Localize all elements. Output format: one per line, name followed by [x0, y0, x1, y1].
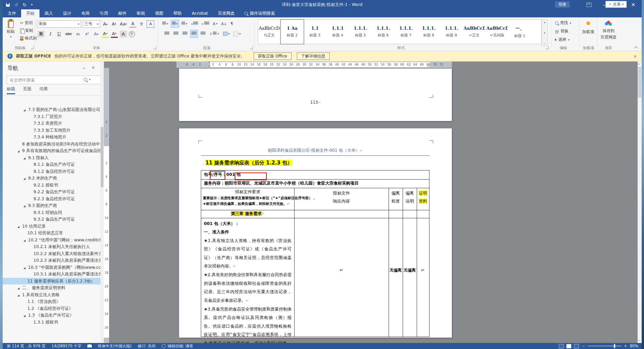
add-ins-button[interactable]: 加载项	[581, 21, 595, 35]
nav-tab[interactable]: 标题	[7, 86, 15, 94]
read-mode-icon[interactable]	[559, 344, 564, 348]
numbering-button[interactable]: ▾	[171, 20, 179, 27]
font-name-select[interactable]: 宋体▾	[37, 20, 81, 28]
justify-button[interactable]	[190, 30, 197, 37]
style-item[interactable]: 1.1.1. 标题 8	[417, 20, 440, 44]
subscript-button[interactable]: x₂	[75, 31, 82, 37]
nav-heading-item[interactable]: ◢1.3 《食品生产许可证》	[3, 312, 100, 319]
language-indicator[interactable]: 简体中文(中国大陆)	[98, 344, 132, 349]
nav-heading-item[interactable]: 7.3.4 种植地照片	[3, 134, 100, 141]
ribbon-tab[interactable]: 布局	[76, 9, 95, 17]
copy-button[interactable]: 复制	[20, 28, 33, 33]
first-line-indent-marker[interactable]: ▾	[209, 62, 210, 64]
superscript-button[interactable]: x²	[84, 31, 91, 37]
character-border-button[interactable]: A	[147, 20, 154, 28]
nav-heading-item[interactable]: 1.3.1 授权书	[3, 319, 100, 326]
ribbon-tab[interactable]: 审阅	[132, 9, 150, 17]
get-genuine-office-button[interactable]: 获取正版 Office	[254, 52, 292, 60]
nav-heading-item[interactable]: 11 服务需求响应表（后分1.2.3包）	[3, 278, 100, 285]
ribbon-tab[interactable]: 设计	[58, 9, 76, 17]
track-changes-indicator[interactable]: 修订: 关闭	[138, 344, 156, 349]
ribbon-tab[interactable]: 邮件	[113, 9, 132, 17]
italic-button[interactable]: I	[47, 31, 54, 37]
strikethrough-button[interactable]: abc	[65, 31, 73, 37]
style-item[interactable]: 1.1.1. 标题 9	[440, 20, 463, 44]
nav-heading-item[interactable]: ◢9 具有有效期内的食品生产许可证或食品经营许可...	[3, 147, 100, 154]
style-item[interactable]: AaBbCcDd ↵正文	[463, 20, 486, 44]
nav-pin-icon[interactable]: ⌄	[82, 65, 86, 70]
nav-search-dropdown-icon[interactable]: ▾	[89, 78, 91, 81]
zoom-in-button[interactable]: +	[624, 344, 627, 348]
hanging-indent-marker[interactable]: ▴	[209, 64, 210, 67]
nav-heading-item[interactable]: 10.2.3 未被列入政府采购严重违法失信行为...	[3, 257, 100, 264]
paste-button[interactable]: 粘贴 ▾	[7, 20, 15, 38]
multilevel-list-button[interactable]: ▾	[180, 20, 188, 27]
clipboard-dialog-launcher[interactable]	[31, 46, 34, 49]
style-item[interactable]: AaBbCcDd ↵无间隔	[486, 20, 508, 44]
borders-button[interactable]: ▾	[233, 30, 242, 37]
nav-tab[interactable]: 页面	[23, 86, 31, 94]
vertical-ruler[interactable]: 422468101214161820222426	[104, 68, 109, 343]
find-button[interactable]: 查找▾	[555, 20, 571, 26]
align-right-button[interactable]	[181, 30, 188, 37]
nav-heading-item[interactable]: ◢9.1 投标人	[3, 154, 100, 161]
horizontal-ruler[interactable]: 6422468101214161820222426283032343638404…	[176, 62, 452, 68]
document-scrollbar[interactable]: ▴ ▾	[638, 62, 642, 343]
nav-close-icon[interactable]: ×	[91, 65, 95, 70]
nav-heading-item[interactable]: 8 参加政府采购活动前3年内在经营活动中没有重大...	[3, 141, 100, 148]
print-layout-icon[interactable]	[566, 344, 571, 348]
word-count[interactable]: 14/289570 个字	[52, 344, 81, 349]
nav-heading-item[interactable]: 10.2.1 未被列入失信被执行人	[3, 243, 100, 250]
nav-tab[interactable]: 结果	[39, 86, 48, 94]
enclose-characters-button[interactable]: 字	[129, 31, 135, 37]
zoom-out-button[interactable]: −	[582, 344, 585, 348]
style-item[interactable]: AaBbCcDd fs正文	[258, 20, 281, 44]
nav-heading-item[interactable]: ◢二、 服务需求证明资料	[3, 284, 100, 292]
shading-bucket-button[interactable]: ▾	[222, 30, 231, 37]
style-item[interactable]: 1 Aa 标题 2	[281, 20, 304, 44]
nav-heading-item[interactable]: 9.2.2 食品生产许可证	[3, 189, 100, 196]
nav-heading-item[interactable]: 10.1 经营状态正常	[3, 230, 100, 237]
asian-layout-button[interactable]: A▾	[212, 20, 219, 27]
nav-heading-item[interactable]: 9.1.2 食品经营许可证	[3, 168, 100, 175]
document-page-113[interactable]: 113↵	[179, 69, 452, 121]
collapse-ribbon-icon[interactable]	[634, 46, 638, 50]
close-button[interactable]: ×	[628, 0, 638, 9]
nav-heading-item[interactable]: 10.2.2 未被列入重大税收违法案件当事人名单	[3, 250, 100, 257]
change-case-button[interactable]: Aa▾	[119, 21, 128, 27]
show-hide-marks-button[interactable]: ¶	[229, 20, 234, 27]
nav-heading-item[interactable]: 9.2.3 食品经营许可证	[3, 196, 100, 203]
ribbon-tab[interactable]: 文件	[3, 9, 21, 17]
nav-search-icon[interactable]	[84, 78, 87, 81]
style-item[interactable]: 1.1.1. 标题 6	[372, 20, 395, 44]
nav-heading-item[interactable]: 9.3.1 经销合同	[3, 209, 100, 216]
increase-indent-button[interactable]: ▸	[201, 20, 210, 27]
nav-heading-item[interactable]: 7.3.3 加工车间照片	[3, 127, 100, 134]
nav-heading-item[interactable]: 10.3.1 未被列入政府采购严重违法失信行为...	[3, 271, 100, 278]
nav-heading-item[interactable]: 7.3.1 厂区照片	[3, 113, 100, 120]
style-item[interactable]: 1.1 标题 3	[304, 20, 326, 44]
zoom-level[interactable]: 90%	[630, 344, 638, 348]
ribbon-tab[interactable]: 开始	[21, 9, 39, 17]
sort-button[interactable]: A↓	[220, 20, 228, 27]
phonetic-guide-button[interactable]: 文	[138, 21, 145, 27]
line-spacing-button[interactable]: ⇕▾	[209, 30, 220, 37]
dismiss-warning-icon[interactable]: ×	[633, 54, 637, 59]
share-button[interactable]: ⇗ 共享 ▾	[606, 1, 627, 8]
ribbon-tab[interactable]: 引用	[95, 9, 113, 17]
sign-in-button[interactable]: 登录	[555, 1, 570, 8]
ribbon-tab[interactable]: 百度网盘	[213, 9, 240, 17]
proofing-icon[interactable]	[87, 344, 92, 348]
text-effects-button[interactable]: A▾	[93, 31, 100, 37]
web-layout-icon[interactable]	[574, 344, 579, 348]
align-left-button[interactable]	[163, 30, 170, 37]
style-item[interactable]: 1.1.1. 标题 5	[349, 20, 372, 44]
shrink-font-button[interactable]: A▾	[110, 21, 117, 27]
nav-heading-item[interactable]: 1.1 《营业执照》	[3, 298, 100, 305]
nav-heading-item[interactable]: ◢7.3 面的生产商-山东梨花面业有限公司	[3, 106, 100, 113]
nav-heading-item[interactable]: ◢10 信用记录	[3, 223, 100, 230]
ribbon-tab[interactable]: 视图	[150, 9, 168, 17]
save-to-baidu-button[interactable]: 保存到 百度网盘	[599, 21, 618, 40]
nav-heading-item[interactable]: 9.2.1 授权书	[3, 182, 100, 189]
style-item[interactable]: 1.1.1 标题 4	[326, 20, 349, 44]
